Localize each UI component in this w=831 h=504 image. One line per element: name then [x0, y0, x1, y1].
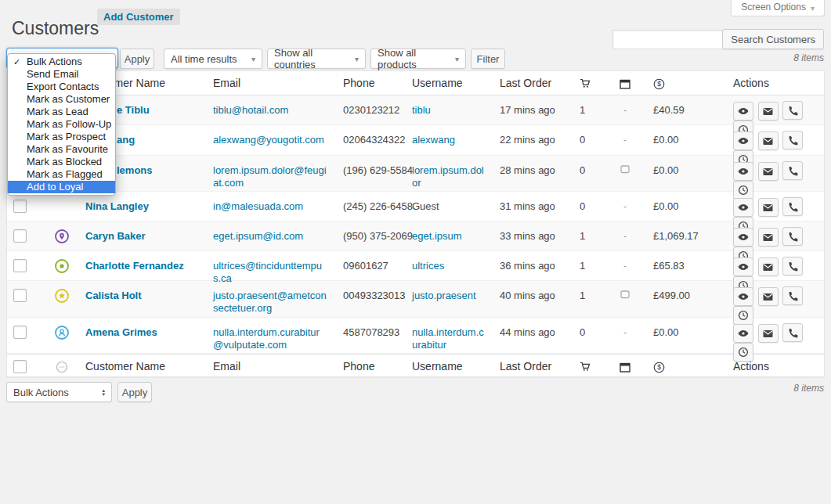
customer-name-link[interactable]: Nina Langley	[85, 200, 149, 212]
search-input[interactable]	[612, 30, 740, 49]
phone-icon	[788, 291, 798, 301]
call-button[interactable]	[782, 161, 803, 180]
customer-username: Guest	[404, 192, 492, 221]
select-all-checkbox[interactable]	[13, 360, 27, 373]
menu-item[interactable]: Mark as Prospect	[8, 131, 115, 143]
footer-last-order: Last Order	[492, 355, 567, 376]
view-button[interactable]	[733, 198, 753, 217]
customer-name-link[interactable]: Caryn Baker	[85, 230, 146, 242]
filter-button[interactable]: Filter	[471, 49, 505, 69]
customer-phone: 4587078293	[335, 318, 404, 353]
call-button[interactable]	[782, 131, 803, 149]
email-button[interactable]	[758, 228, 779, 247]
row-checkbox[interactable]	[13, 229, 27, 243]
email-button[interactable]	[758, 162, 779, 181]
row-checkbox[interactable]	[13, 326, 27, 339]
view-button[interactable]	[733, 287, 753, 306]
menu-item[interactable]: Mark as Follow-Up	[8, 118, 115, 131]
items-count-top: 8 items	[793, 52, 824, 63]
total-spent: £1,069.17	[645, 221, 725, 250]
chevron-down-icon: ▾	[245, 55, 255, 63]
customer-email-link[interactable]: justo.praesent@ametconsectetuer.org	[213, 290, 327, 314]
apply-button-bottom[interactable]: Apply	[117, 382, 152, 402]
menu-item[interactable]: Mark as Customer	[8, 93, 115, 106]
eye-icon	[738, 232, 749, 242]
customer-email-link[interactable]: alexwang@yougotit.com	[213, 134, 324, 146]
customer-username-link[interactable]: eget.ipsum	[412, 230, 462, 242]
call-button[interactable]	[782, 323, 803, 342]
row-checkbox[interactable]	[13, 289, 27, 302]
svg-text:$: $	[657, 363, 661, 371]
apply-button-top[interactable]: Apply	[120, 49, 154, 69]
customer-name-link[interactable]: e Tiblu	[117, 104, 150, 116]
email-button[interactable]	[758, 287, 779, 306]
call-button[interactable]	[782, 101, 803, 120]
view-button[interactable]	[733, 162, 753, 181]
call-button[interactable]	[782, 257, 803, 275]
select-arrows-icon: ▴▾	[102, 388, 105, 396]
customer-name-link[interactable]: lemons	[117, 164, 153, 176]
customer-name-link[interactable]: Amena Grimes	[85, 326, 157, 338]
email-button[interactable]	[758, 324, 779, 343]
bulk-actions-select-bottom[interactable]: Bulk Actions ▴▾	[6, 382, 112, 402]
menu-item[interactable]: Mark as Flagged	[8, 168, 115, 181]
customer-username-link[interactable]: nulla.interdum.curabitur	[412, 326, 484, 351]
email-icon	[763, 203, 773, 212]
menu-item[interactable]: Mark as Lead	[8, 106, 115, 118]
last-order: 17 mins ago	[492, 95, 567, 124]
row-checkbox[interactable]	[13, 259, 27, 272]
email-button[interactable]	[758, 257, 779, 276]
email-button[interactable]	[758, 131, 779, 150]
customer-name-link[interactable]: ang	[117, 134, 135, 146]
view-button[interactable]	[733, 102, 753, 121]
customer-email-link[interactable]: eget.ipsum@id.com	[213, 230, 303, 242]
last-order: 31 mins ago	[492, 192, 567, 221]
table-row: Caryn Baker eget.ipsum@id.com (950) 375-…	[7, 221, 824, 251]
order-count: 0	[567, 192, 605, 221]
calendar-icon	[620, 362, 630, 373]
row-checkbox[interactable]	[13, 200, 27, 213]
view-button[interactable]	[733, 228, 753, 247]
email-button[interactable]	[758, 198, 779, 217]
customer-username-link[interactable]: alexwang	[412, 134, 455, 146]
customer-username-link[interactable]: lorem.ipsum.dolor	[412, 164, 484, 189]
country-filter-select[interactable]: Show all countries ▾	[267, 49, 366, 69]
screen-options-button[interactable]: Screen Options ▾	[731, 0, 825, 16]
view-button[interactable]	[733, 324, 753, 343]
menu-item-highlighted[interactable]: Add to Loyal	[8, 181, 115, 193]
total-spent: £0.00	[645, 318, 725, 353]
call-button[interactable]	[782, 286, 803, 305]
time-filter-select[interactable]: All time results ▾	[164, 49, 262, 69]
menu-item[interactable]: Mark as Blocked	[8, 156, 115, 168]
customer-phone: 09601627	[335, 251, 404, 280]
campaign-cell: -	[605, 192, 645, 221]
customer-username-link[interactable]: ultrices	[412, 260, 444, 272]
search-customers-button[interactable]: Search Customers	[722, 29, 824, 49]
menu-item[interactable]: ✓Bulk Actions	[8, 56, 115, 68]
call-button[interactable]	[782, 197, 803, 216]
menu-item[interactable]: Mark as Favourite	[8, 143, 115, 156]
customer-name-link[interactable]: Charlotte Fernandez	[85, 260, 184, 272]
last-order: 36 mins ago	[492, 251, 567, 280]
view-button[interactable]	[733, 131, 753, 150]
email-button[interactable]	[758, 102, 779, 121]
bulk-actions-menu: ✓Bulk Actions Send Email Export Contacts…	[7, 53, 116, 196]
cart-icon	[580, 78, 591, 89]
customer-email-link[interactable]: lorem.ipsum.dolor@feugiat.com	[213, 164, 327, 189]
product-filter-select[interactable]: Show all products ▾	[370, 49, 466, 69]
email-icon	[763, 263, 773, 272]
table-row: Charlotte Fernandez ultrices@tinciduntte…	[7, 251, 824, 281]
customer-email-link[interactable]: in@malesuada.com	[213, 200, 303, 212]
customer-username-link[interactable]: tiblu	[412, 104, 431, 116]
eye-icon	[738, 329, 749, 338]
view-button[interactable]	[733, 257, 753, 276]
customer-name-link[interactable]: Calista Holt	[85, 290, 142, 301]
add-customer-button[interactable]: Add Customer	[97, 9, 180, 25]
call-button[interactable]	[782, 227, 803, 246]
customer-username-link[interactable]: justo.praesent	[412, 290, 476, 301]
customer-email-link[interactable]: tiblu@hotail.com	[213, 104, 288, 116]
customer-email-link[interactable]: nulla.interdum.curabitur@vulputate.com	[213, 326, 320, 351]
menu-item[interactable]: Send Email	[8, 68, 115, 81]
email-icon	[763, 167, 773, 176]
menu-item[interactable]: Export Contacts	[8, 81, 115, 93]
